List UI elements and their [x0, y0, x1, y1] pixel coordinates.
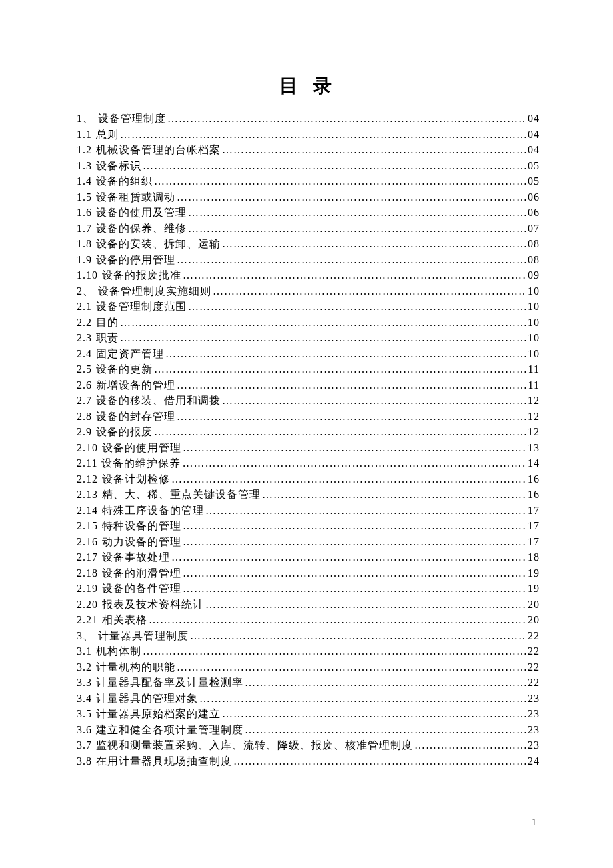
toc-entry-leader — [177, 377, 527, 393]
toc-entry-leader — [183, 565, 526, 581]
toc-entry: 2.7设备的移装、借用和调拨12 — [77, 393, 540, 409]
toc-entry-number: 2.7 — [77, 393, 92, 409]
toc-entry-leader — [190, 628, 526, 644]
toc-entry-page: 04 — [528, 127, 540, 143]
toc-entry-label: 设备租赁或调动 — [96, 189, 175, 205]
toc-entry: 3.7监视和测量装置采购、入库、流转、降级、报废、核准管理制度23 — [77, 737, 540, 753]
toc-entry-page: 19 — [528, 581, 540, 597]
toc-entry: 1.2机械设备管理的台帐档案04 — [77, 142, 540, 158]
toc-entry-page: 23 — [528, 706, 540, 722]
toc-entry-number: 2.21 — [77, 612, 98, 628]
toc-entry-leader — [120, 315, 526, 331]
toc-entry: 1、设备管理制度04 — [77, 111, 540, 127]
toc-entry-number: 2、 — [77, 283, 94, 299]
toc-entry-page: 10 — [528, 315, 540, 331]
toc-entry-page: 10 — [528, 299, 540, 315]
toc-entry: 2、设备管理制度实施细则10 — [77, 283, 540, 299]
toc-entry-number: 2.20 — [77, 597, 98, 613]
toc-entry-page: 13 — [528, 440, 540, 456]
toc-entry-page: 06 — [528, 189, 540, 205]
toc-entry-leader — [143, 158, 526, 174]
toc-entry-leader — [154, 173, 526, 189]
toc-entry-leader — [188, 205, 526, 221]
toc-entry: 1.7设备的保养、维修07 — [77, 221, 540, 237]
toc-entry-leader — [120, 127, 526, 143]
toc-entry-page: 23 — [528, 722, 540, 738]
toc-entry-number: 1.9 — [77, 252, 92, 268]
toc-list: 1、设备管理制度041.1总则041.2机械设备管理的台帐档案041.3设备标识… — [77, 111, 540, 769]
toc-entry-number: 1.4 — [77, 173, 92, 189]
toc-entry-leader — [245, 675, 526, 691]
toc-entry-page: 19 — [528, 565, 540, 581]
toc-entry-leader — [199, 691, 526, 707]
toc-entry-leader — [205, 597, 526, 613]
toc-entry-label: 设备计划检修 — [102, 471, 170, 487]
toc-entry-label: 机构体制 — [96, 643, 141, 659]
toc-entry-label: 设备的安装、拆卸、运输 — [96, 236, 221, 252]
toc-entry-number: 2.19 — [77, 581, 98, 597]
toc-entry-label: 设备标识 — [96, 158, 141, 174]
toc-entry: 2.20报表及技术资料统计20 — [77, 597, 540, 613]
toc-entry-label: 固定资产管理 — [96, 346, 164, 362]
toc-entry-page: 22 — [528, 675, 540, 691]
toc-entry: 1.8设备的安装、拆卸、运输08 — [77, 236, 540, 252]
toc-entry: 3.3计量器具配备率及计量检测率22 — [77, 675, 540, 691]
toc-entry-number: 2.4 — [77, 346, 92, 362]
toc-entry-leader — [205, 503, 526, 519]
toc-entry-page: 07 — [528, 221, 540, 237]
toc-entry-label: 机械设备管理的台帐档案 — [96, 142, 221, 158]
toc-entry: 1.4设备的组织05 — [77, 173, 540, 189]
toc-entry: 2.11设备的维护保养14 — [77, 455, 540, 471]
toc-entry-page: 17 — [528, 534, 540, 550]
toc-entry-page: 05 — [528, 158, 540, 174]
toc-entry-label: 设备的保养、维修 — [96, 221, 187, 237]
toc-entry-leader — [149, 612, 526, 628]
toc-entry: 2.17设备事故处理18 — [77, 549, 540, 565]
toc-entry: 3、计量器具管理制度22 — [77, 628, 540, 644]
toc-entry-leader — [222, 706, 526, 722]
toc-entry-number: 2.11 — [77, 455, 97, 471]
toc-entry-leader — [233, 753, 526, 769]
toc-entry-label: 报表及技术资料统计 — [102, 597, 204, 613]
toc-entry-number: 1.10 — [77, 267, 98, 283]
toc-entry: 2.2目的10 — [77, 315, 540, 331]
toc-entry-page: 23 — [528, 737, 540, 753]
toc-entry-label: 设备管理制度实施细则 — [98, 283, 211, 299]
toc-entry: 2.10设备的使用管理13 — [77, 440, 540, 456]
toc-entry-label: 计量器具原始档案的建立 — [96, 706, 221, 722]
toc-entry-page: 12 — [528, 424, 540, 440]
toc-entry-leader — [183, 581, 526, 597]
toc-entry-page: 11 — [528, 377, 540, 393]
toc-entry-page: 17 — [528, 503, 540, 519]
toc-entry-page: 04 — [528, 111, 540, 127]
toc-entry: 2.3职责10 — [77, 330, 540, 346]
toc-entry-number: 2.3 — [77, 330, 92, 346]
toc-entry-label: 建立和健全各项计量管理制度 — [96, 722, 243, 738]
toc-entry-page: 10 — [528, 283, 540, 299]
toc-entry-number: 3.7 — [77, 737, 92, 753]
toc-entry-number: 1.5 — [77, 189, 92, 205]
toc-entry-page: 20 — [528, 612, 540, 628]
toc-entry-leader — [177, 252, 526, 268]
toc-entry-leader — [262, 487, 526, 503]
toc-entry: 1.1总则04 — [77, 127, 540, 143]
toc-entry-leader — [183, 518, 526, 534]
toc-entry: 2.1设备管理制度范围10 — [77, 299, 540, 315]
toc-entry-label: 新增设备的管理 — [96, 377, 175, 393]
toc-entry-label: 特殊工序设备的管理 — [102, 503, 204, 519]
toc-entry-leader — [177, 659, 526, 675]
toc-entry-label: 职责 — [96, 330, 119, 346]
toc-entry-label: 相关表格 — [102, 612, 147, 628]
toc-entry-number: 1.1 — [77, 127, 92, 143]
toc-entry: 2.15特种设备的管理17 — [77, 518, 540, 534]
toc-entry-page: 10 — [528, 330, 540, 346]
toc-entry-leader — [177, 409, 526, 425]
toc-entry-number: 2.2 — [77, 315, 92, 331]
toc-entry: 2.12设备计划检修16 — [77, 471, 540, 487]
toc-entry-page: 16 — [528, 487, 540, 503]
toc-entry: 3.2计量机构的职能22 — [77, 659, 540, 675]
toc-entry-page: 14 — [528, 455, 540, 471]
toc-entry-number: 1.6 — [77, 205, 92, 221]
toc-entry-page: 16 — [528, 471, 540, 487]
toc-entry: 3.6建立和健全各项计量管理制度23 — [77, 722, 540, 738]
